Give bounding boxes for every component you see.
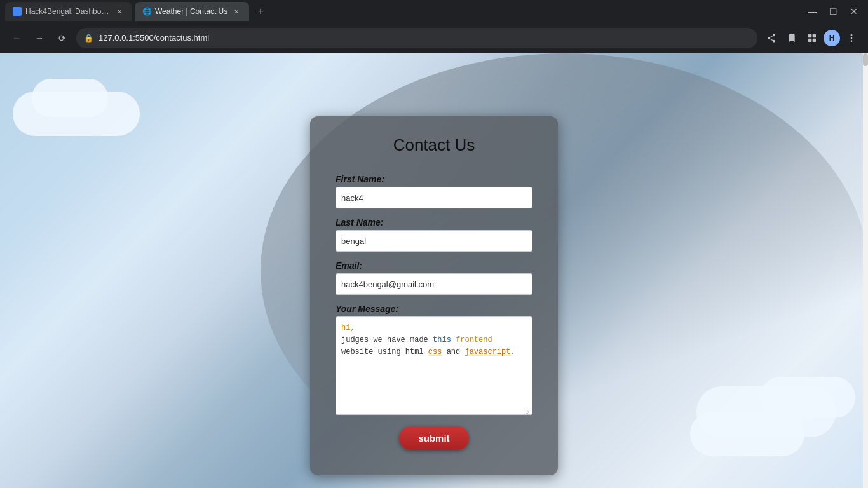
form-title: Contact Us xyxy=(336,135,532,155)
message-group: Your Message: hi, judges we have made th… xyxy=(336,304,532,415)
tab-label-weather: Weather | Contact Us xyxy=(155,7,227,16)
text-hi: hi, xyxy=(341,323,355,332)
svg-rect-1 xyxy=(813,34,816,37)
message-content: hi, judges we have made this frontend we… xyxy=(336,317,532,364)
title-bar: Hack4Bengal: Dashboard | Devfo... ✕ 🌐 We… xyxy=(0,0,868,23)
text-judges: judges we have made xyxy=(341,336,433,344)
first-name-label: First Name: xyxy=(336,174,532,184)
tab-favicon-weather: 🌐 xyxy=(142,7,151,16)
svg-rect-0 xyxy=(808,34,811,37)
message-textarea-container[interactable]: hi, judges we have made this frontend we… xyxy=(336,316,532,415)
tab-close-weather[interactable]: ✕ xyxy=(231,6,241,17)
url-text: 127.0.0.1:5500/contactus.html xyxy=(98,33,750,43)
svg-point-6 xyxy=(851,40,853,42)
new-tab-button[interactable]: + xyxy=(252,3,269,20)
first-name-input[interactable] xyxy=(336,187,532,208)
restore-button[interactable]: ☐ xyxy=(824,4,843,19)
text-and: and xyxy=(442,348,465,356)
user-avatar[interactable]: H xyxy=(824,30,840,46)
tab-favicon-dashboard xyxy=(13,7,22,16)
text-period: . xyxy=(510,348,515,356)
cloud-left-2 xyxy=(32,79,108,117)
svg-rect-3 xyxy=(813,38,816,41)
page-content: Contact Us First Name: Last Name: Email:… xyxy=(0,53,868,488)
share-button[interactable] xyxy=(763,29,780,47)
resize-handle[interactable] xyxy=(524,407,531,413)
minimize-button[interactable]: — xyxy=(803,4,822,19)
toolbar-actions: H xyxy=(763,29,860,47)
forward-button[interactable]: → xyxy=(31,29,48,47)
back-button[interactable]: ← xyxy=(8,29,25,47)
bookmark-button[interactable] xyxy=(783,29,801,47)
text-space1 xyxy=(451,336,456,344)
tab-label-dashboard: Hack4Bengal: Dashboard | Devfo... xyxy=(25,7,111,16)
text-css: css xyxy=(428,348,442,356)
last-name-label: Last Name: xyxy=(336,217,532,227)
toolbar: ← → ⟳ 🔒 127.0.0.1:5500/contactus.html H xyxy=(0,23,868,53)
reload-button[interactable]: ⟳ xyxy=(53,29,71,47)
first-name-group: First Name: xyxy=(336,174,532,208)
email-input[interactable] xyxy=(336,273,532,295)
svg-rect-2 xyxy=(808,38,811,41)
message-label: Your Message: xyxy=(336,304,532,314)
cloud-right-3 xyxy=(690,412,804,456)
browser-frame: Hack4Bengal: Dashboard | Devfo... ✕ 🌐 We… xyxy=(0,0,868,488)
last-name-group: Last Name: xyxy=(336,217,532,252)
scrollbar-track[interactable] xyxy=(863,53,868,488)
window-controls: — ☐ ✕ xyxy=(803,4,863,19)
extension-button[interactable] xyxy=(803,29,821,47)
message-textarea-wrapper: hi, judges we have made this frontend we… xyxy=(336,316,532,415)
contact-form-container: Contact Us First Name: Last Name: Email:… xyxy=(310,116,558,475)
text-this: this xyxy=(433,336,451,344)
last-name-input[interactable] xyxy=(336,230,532,252)
email-group: Email: xyxy=(336,261,532,295)
submit-button[interactable]: submit xyxy=(399,426,468,450)
lock-icon: 🔒 xyxy=(84,34,93,43)
menu-button[interactable] xyxy=(843,29,860,47)
tab-dashboard[interactable]: Hack4Bengal: Dashboard | Devfo... ✕ xyxy=(5,2,132,21)
text-javascript: javascript xyxy=(465,348,510,356)
svg-point-4 xyxy=(851,34,853,36)
scrollbar-thumb[interactable] xyxy=(863,53,868,66)
text-website: website using html xyxy=(341,348,428,356)
email-label: Email: xyxy=(336,261,532,271)
close-button[interactable]: ✕ xyxy=(845,4,863,19)
address-bar[interactable]: 🔒 127.0.0.1:5500/contactus.html xyxy=(76,28,757,48)
text-frontend: frontend xyxy=(456,336,492,344)
tab-close-dashboard[interactable]: ✕ xyxy=(114,6,125,17)
svg-point-5 xyxy=(851,37,853,39)
tab-weather-contact[interactable]: 🌐 Weather | Contact Us ✕ xyxy=(135,2,249,21)
